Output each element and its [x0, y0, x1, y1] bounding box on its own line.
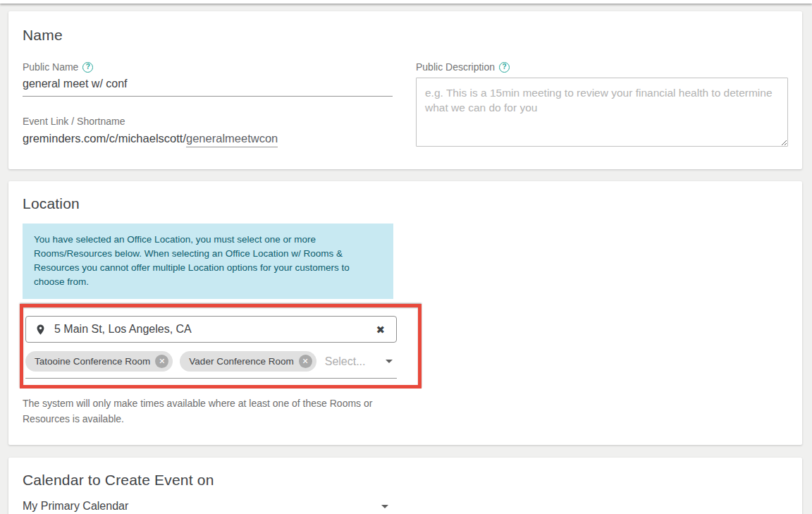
- name-card-title: Name: [23, 27, 788, 44]
- public-description-label: Public Description ?: [416, 61, 788, 73]
- public-description-label-text: Public Description: [416, 61, 495, 73]
- room-chip-label: Vader Conference Room: [189, 356, 293, 367]
- event-link-prefix: greminders.com/c/michaelscott/: [23, 132, 186, 145]
- help-icon[interactable]: ?: [82, 62, 93, 73]
- remove-chip-icon[interactable]: ✕: [155, 355, 168, 368]
- rooms-select-placeholder[interactable]: Select...: [325, 355, 366, 368]
- dropdown-arrow-icon[interactable]: [381, 505, 388, 508]
- clear-address-icon[interactable]: ✖: [376, 324, 385, 335]
- event-link-label-text: Event Link / Shortname: [23, 116, 125, 127]
- public-name-label-text: Public Name: [23, 61, 78, 73]
- public-description-textarea[interactable]: [416, 78, 788, 147]
- map-pin-icon: [35, 324, 47, 336]
- office-location-info-banner: You have selected an Office Location, yo…: [23, 224, 393, 299]
- calendar-card: Calendar to Create Event on My Primary C…: [8, 458, 802, 514]
- calendar-select-value: My Primary Calendar: [23, 500, 128, 513]
- event-link-label: Event Link / Shortname: [23, 116, 393, 127]
- calendar-card-title: Calendar to Create Event on: [23, 472, 788, 489]
- location-card: Location You have selected an Office Loc…: [8, 181, 802, 445]
- public-name-label: Public Name ?: [23, 61, 393, 73]
- annotation-highlight-box: 5 Main St, Los Angeles, CA ✖ Tatooine Co…: [20, 304, 422, 388]
- remove-chip-icon[interactable]: ✕: [299, 355, 312, 368]
- location-card-title: Location: [23, 195, 788, 212]
- previous-card-bottom-edge: [0, 0, 812, 4]
- room-chip-vader: Vader Conference Room ✕: [180, 351, 316, 372]
- office-address-input[interactable]: 5 Main St, Los Angeles, CA ✖: [25, 316, 397, 343]
- calendar-select[interactable]: My Primary Calendar: [23, 500, 393, 514]
- help-icon[interactable]: ?: [499, 62, 510, 73]
- room-chip-tatooine: Tatooine Conference Room ✕: [25, 351, 173, 372]
- office-address-value: 5 Main St, Los Angeles, CA: [54, 323, 192, 336]
- rooms-helper-text: The system will only make times availabl…: [23, 396, 403, 427]
- dropdown-arrow-icon[interactable]: [386, 360, 393, 363]
- public-name-input[interactable]: general meet w/ conf: [23, 78, 393, 97]
- room-chip-label: Tatooine Conference Room: [35, 356, 150, 367]
- event-link-row: greminders.com/c/michaelscott/generalmee…: [23, 132, 393, 145]
- event-link-shortname-input[interactable]: generalmeetwcon: [186, 132, 278, 147]
- rooms-resources-select[interactable]: Tatooine Conference Room ✕ Vader Confere…: [25, 351, 397, 379]
- name-card: Name Public Name ? general meet w/ conf …: [8, 11, 802, 169]
